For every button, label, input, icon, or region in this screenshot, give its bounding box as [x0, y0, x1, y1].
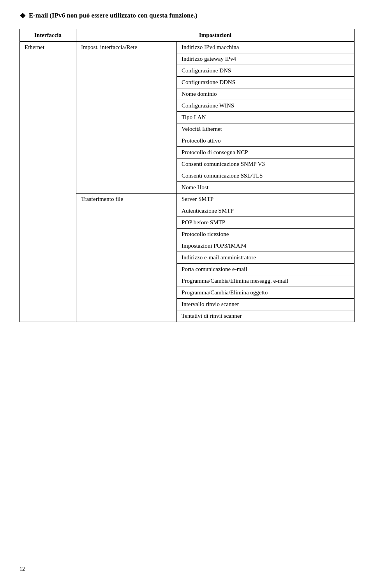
setting-value-cell: Protocollo attivo: [177, 135, 355, 147]
diamond-icon: ❖: [19, 12, 26, 20]
setting-value-cell: Nome dominio: [177, 88, 355, 100]
setting-value-cell: Intervallo rinvio scanner: [177, 299, 355, 310]
setting-value-cell: Velocità Ethernet: [177, 123, 355, 135]
setting-value-cell: Server SMTP: [177, 194, 355, 205]
page-number: 12: [19, 566, 25, 572]
setting-value-cell: Autenticazione SMTP: [177, 205, 355, 217]
setting-value-cell: Configurazione DDNS: [177, 77, 355, 88]
setting-value-cell: Protocollo ricezione: [177, 229, 355, 240]
col-impostazioni-header: Impostazioni: [76, 29, 354, 42]
setting-value-cell: Indirizzo e-mail amministratore: [177, 252, 355, 264]
header-title: E-mail (IPv6 non può essere utilizzato c…: [29, 12, 198, 19]
page-header: ❖ E-mail (IPv6 non può essere utilizzato…: [19, 12, 355, 20]
interfaccia-cell: Ethernet: [20, 42, 76, 322]
setting-value-cell: Consenti comunicazione SSL/TLS: [177, 170, 355, 182]
setting-value-cell: Porta comunicazione e-mail: [177, 264, 355, 275]
setting-value-cell: Configurazione DNS: [177, 65, 355, 77]
main-table: Interfaccia Impostazioni EthernetImpost.…: [19, 29, 355, 322]
col-interfaccia-header: Interfaccia: [20, 29, 76, 42]
setting-value-cell: Protocollo di consegna NCP: [177, 147, 355, 158]
setting-value-cell: Nome Host: [177, 182, 355, 194]
setting-value-cell: Tentativi di rinvii scanner: [177, 310, 355, 322]
setting-value-cell: POP before SMTP: [177, 217, 355, 229]
impostazione-label-cell: Impost. interfaccia/Rete: [76, 42, 176, 194]
setting-value-cell: Indirizzo gateway IPv4: [177, 53, 355, 65]
table-row: EthernetImpost. interfaccia/ReteIndirizz…: [20, 42, 355, 53]
setting-value-cell: Tipo LAN: [177, 112, 355, 123]
setting-value-cell: Indirizzo IPv4 macchina: [177, 42, 355, 53]
setting-value-cell: Programma/Cambia/Elimina oggetto: [177, 287, 355, 299]
setting-value-cell: Consenti comunicazione SNMP V3: [177, 158, 355, 170]
setting-value-cell: Impostazioni POP3/IMAP4: [177, 240, 355, 252]
setting-value-cell: Configurazione WINS: [177, 100, 355, 112]
impostazione-label-cell: Trasferimento file: [76, 194, 176, 322]
setting-value-cell: Programma/Cambia/Elimina messagg. e-mail: [177, 275, 355, 287]
